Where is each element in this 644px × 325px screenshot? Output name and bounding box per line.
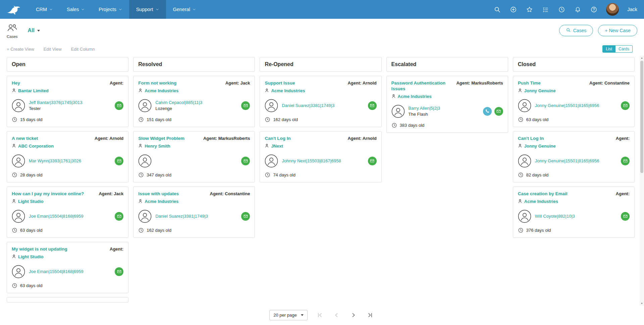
case-company-link[interactable]: Light Studio (12, 199, 96, 204)
contact-name-link[interactable]: Calvin Cepacol|885|11|3 (155, 100, 237, 105)
case-company-link[interactable]: Acme Industries (138, 199, 207, 204)
contact-name-link[interactable]: Johnny Next|15503|8167|6958 (282, 158, 364, 163)
case-card[interactable]: My widget is not updatingLight StudioAge… (7, 242, 128, 293)
case-title-link[interactable]: Form not working (138, 80, 223, 86)
list-view-button[interactable]: List (602, 45, 615, 53)
email-contact-button[interactable] (241, 101, 250, 110)
contact-name-link[interactable]: Joe Eman|15504|8168|6959 (29, 269, 111, 274)
case-card[interactable]: Password Authentication IssuesAcme Indus… (386, 76, 508, 133)
email-contact-button[interactable] (115, 101, 123, 110)
notifications-bell-icon[interactable] (574, 6, 582, 13)
case-title-link[interactable]: Password Authentication Issues (391, 80, 454, 92)
scroll-down-arrow-icon[interactable]: ▼ (640, 301, 644, 306)
cards-view-button[interactable]: Cards (615, 45, 633, 53)
view-selector[interactable]: All (28, 28, 40, 34)
contact-name-link[interactable]: Jonny Genuine|15501|8165|6956 (535, 103, 617, 108)
nav-item-crm[interactable]: CRM (29, 0, 60, 19)
contact-name-link[interactable]: Daniel Suarez|3381|1749|3 (282, 103, 364, 108)
edit-view-link[interactable]: Edit View (44, 47, 62, 52)
case-card[interactable]: Push TimeJonny GenuineAgent: Constantine… (513, 76, 635, 127)
vertical-scrollbar[interactable]: ▲ ▼ (640, 56, 644, 306)
contact-name-link[interactable]: Will Coyote|882|10|3 (535, 214, 617, 219)
nav-item-support[interactable]: Support (129, 0, 166, 19)
new-case-button[interactable]: + New Case (598, 25, 637, 36)
email-contact-button[interactable] (241, 212, 250, 221)
case-company-link[interactable]: Acme Industries (265, 88, 345, 94)
next-page-button[interactable] (349, 311, 358, 319)
per-page-select[interactable]: 20 per page (269, 310, 307, 320)
case-card-partial[interactable] (7, 297, 128, 303)
tasks-checklist-icon[interactable] (542, 6, 549, 13)
case-title-link[interactable]: How can I pay my invoice online? (12, 191, 96, 197)
email-contact-button[interactable] (115, 212, 123, 221)
nav-item-sales[interactable]: Sales (60, 0, 92, 19)
email-contact-button[interactable] (494, 107, 503, 116)
add-icon[interactable] (509, 6, 517, 13)
email-contact-button[interactable] (115, 157, 123, 165)
last-page-button[interactable] (366, 311, 375, 319)
case-card[interactable]: Slow Widget ProblemHenry SmithAgent: Mar… (133, 131, 255, 182)
history-clock-icon[interactable] (558, 6, 566, 13)
email-contact-button[interactable] (241, 157, 250, 165)
case-title-link[interactable]: A new ticket (12, 136, 92, 142)
case-company-link[interactable]: Bantar Limited (12, 88, 107, 94)
case-title-link[interactable]: Can't Log In (265, 136, 345, 142)
search-icon[interactable] (493, 6, 501, 13)
case-company-link[interactable]: Acme Industries (138, 88, 223, 94)
case-company-link[interactable]: Jonny Genuine (518, 144, 613, 149)
contact-name-link[interactable]: Barry Allen|5|2|3 (409, 106, 479, 111)
email-contact-button[interactable] (621, 212, 630, 221)
nav-item-projects[interactable]: Projects (92, 0, 129, 19)
email-contact-button[interactable] (621, 101, 630, 110)
email-contact-button[interactable] (368, 101, 377, 110)
first-page-button[interactable] (316, 311, 324, 319)
case-company-link[interactable]: Light Studio (12, 254, 107, 260)
case-title-link[interactable]: Hey (12, 80, 107, 86)
case-title-link[interactable]: Issue with updates (138, 191, 207, 197)
case-company-link[interactable]: JNext (265, 144, 345, 149)
favorites-star-icon[interactable] (526, 6, 533, 13)
edit-column-link[interactable]: Edit Column (71, 47, 95, 52)
contact-name-link[interactable]: Mar Wynn|3393|1761|3026 (29, 158, 111, 163)
case-card[interactable]: HeyBantar LimitedAgent:Jeff Bantar|3376|… (7, 76, 128, 127)
case-company-link[interactable]: Jonny Genuine (518, 88, 587, 94)
case-card[interactable]: Form not workingAcme IndustriesAgent: Ja… (133, 76, 255, 127)
email-contact-button[interactable] (368, 157, 377, 165)
contact-name-link[interactable]: Jonny Genuine|15501|8165|6956 (535, 158, 617, 163)
call-contact-button[interactable] (483, 107, 492, 116)
case-card[interactable]: A new ticketABC CorporationAgent: Arnold… (7, 131, 128, 182)
brand-logo[interactable] (0, 0, 29, 19)
case-company-link[interactable]: Acme Industries (391, 94, 454, 99)
email-contact-button[interactable] (115, 267, 123, 276)
case-card[interactable]: Issue with updatesAcme IndustriesAgent: … (133, 186, 255, 238)
scroll-up-arrow-icon[interactable]: ▲ (640, 56, 644, 60)
case-card[interactable]: Support IssueAcme IndustriesAgent: Arnol… (260, 76, 381, 127)
case-card[interactable]: Can't Log InJNextAgent: ArnoldJohnny Nex… (260, 131, 381, 182)
case-company-link[interactable]: ABC Corporation (12, 144, 92, 149)
cases-module[interactable]: Cases (7, 23, 18, 39)
clock-icon (138, 117, 144, 122)
user-avatar[interactable] (606, 3, 619, 16)
help-icon[interactable] (590, 6, 598, 13)
case-company-link[interactable]: Acme Industries (518, 199, 613, 204)
case-company-link[interactable]: Henry Smith (138, 144, 201, 149)
case-title-link[interactable]: Slow Widget Problem (138, 136, 201, 142)
email-contact-button[interactable] (621, 157, 630, 165)
case-title-link[interactable]: Can't Log In (518, 136, 613, 142)
case-title-link[interactable]: My widget is not updating (12, 247, 107, 252)
case-age: 82 days old (526, 172, 549, 177)
scrollbar-thumb[interactable] (640, 61, 643, 173)
case-card[interactable]: How can I pay my invoice online?Light St… (7, 186, 128, 238)
case-title-link[interactable]: Support Issue (265, 80, 345, 86)
case-card[interactable]: Case creation by EmailAcme IndustriesAge… (513, 186, 635, 238)
nav-item-general[interactable]: General (166, 0, 203, 19)
previous-page-button[interactable] (332, 311, 341, 319)
contact-name-link[interactable]: Joe Eman|15504|8168|6959 (29, 214, 111, 219)
contact-name-link[interactable]: Jeff Bantar|3376|1745|3013 (29, 100, 111, 105)
case-card[interactable]: Can't Log InJonny GenuineAgent:Jonny Gen… (513, 131, 635, 182)
case-title-link[interactable]: Case creation by Email (518, 191, 613, 197)
case-title-link[interactable]: Push Time (518, 80, 587, 86)
cases-search-button[interactable]: Cases (559, 25, 593, 36)
create-view-link[interactable]: + Create View (7, 47, 34, 52)
contact-name-link[interactable]: Daniel Suarez|3381|1749|3 (155, 214, 237, 219)
